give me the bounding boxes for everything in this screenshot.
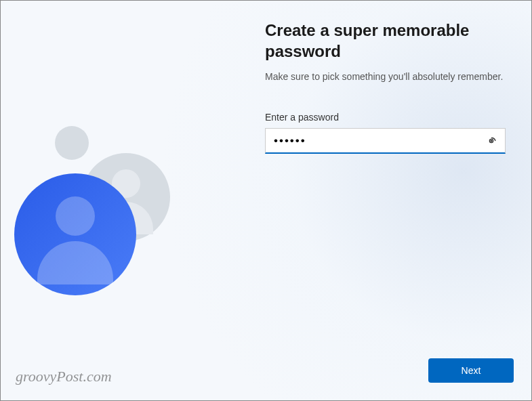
password-field-wrapper <box>265 128 506 154</box>
page-title: Create a super memorable password <box>265 20 506 62</box>
watermark-text: groovyPost.com <box>16 368 112 385</box>
page-subtitle: Make sure to pick something you'll absol… <box>265 71 506 82</box>
password-field-label: Enter a password <box>265 112 506 123</box>
next-button[interactable]: Next <box>428 358 514 383</box>
svg-point-1 <box>491 140 492 142</box>
avatar-small-circle <box>55 126 89 160</box>
password-input[interactable] <box>265 128 506 154</box>
main-content: Create a super memorable password Make s… <box>265 20 506 154</box>
reveal-password-button[interactable] <box>483 131 500 151</box>
eye-icon <box>485 134 497 146</box>
user-illustration <box>14 119 204 289</box>
avatar-large <box>14 173 136 295</box>
